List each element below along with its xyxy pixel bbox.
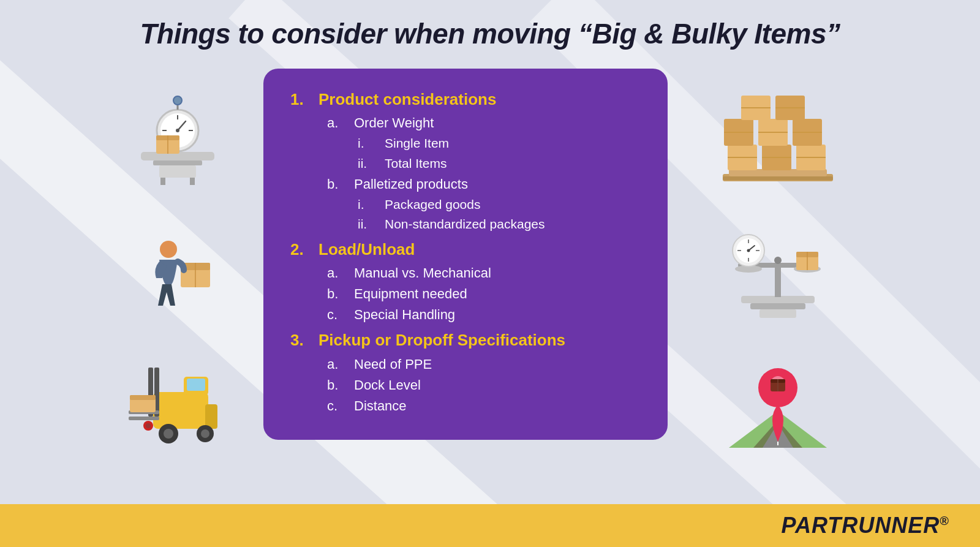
section-number: 3. [290,329,309,351]
sub-item-number: b. [327,174,345,195]
svg-point-79 [774,257,782,264]
footer-bar: PARTRUNNER® [0,504,980,547]
svg-rect-26 [153,392,208,429]
svg-rect-6 [159,165,196,178]
svg-rect-64 [775,265,781,297]
svg-point-39 [201,429,209,438]
sub-sub-number: ii. [358,214,376,235]
sub-sub-label: Non-standardized packages [385,214,545,235]
svg-rect-29 [205,404,217,429]
svg-rect-35 [130,395,156,400]
card-sub-item: b.Equipment needed [327,284,641,304]
section-label: Product considerations [318,88,496,110]
svg-point-41 [146,423,151,428]
worker-icon [123,226,233,324]
card-sub-item: b.Dock Level [327,375,641,396]
page-title: Things to consider when moving “Big & Bu… [0,0,980,62]
sub-item-number: a. [327,263,345,284]
card-sub-list: a.Manual vs. Mechanicalb.Equipment neede… [290,263,641,325]
svg-rect-63 [760,309,796,318]
sub-item-label: Distance [354,396,407,417]
sub-sub-number: i. [358,195,376,215]
sub-item-number: b. [327,284,345,304]
card-sub-sub-list: i.Packaged goodsii.Non-standardized pack… [327,195,641,235]
sub-sub-label: Packaged goods [385,195,480,215]
sub-item-number: a. [327,113,345,134]
svg-rect-62 [750,303,805,309]
svg-rect-5 [153,160,202,165]
page: Things to consider when moving “Big & Bu… [0,0,980,547]
card-sub-sub-list: i.Single Itemii.Total Items [327,134,641,173]
sub-item-number: c. [327,396,345,417]
content-row: 1.Product considerationsa.Order Weighti.… [0,62,980,481]
card-sub-list: a.Need of PPEb.Dock Levelc.Distance [290,354,641,417]
scale-icon [123,91,233,189]
svg-rect-33 [129,417,159,420]
card-sub-list: a.Order Weighti.Single Itemii.Total Item… [290,113,641,234]
card-section-header: 3.Pickup or Dropoff Specifications [290,329,641,351]
sub-item-number: b. [327,375,345,396]
sub-item-label: Special Handling [354,304,455,325]
svg-point-21 [173,96,182,105]
sub-sub-number: i. [358,134,376,154]
sub-item-number: c. [327,304,345,325]
card-sub-sub-item: ii.Non-standardized packages [358,214,641,235]
card-section: 3.Pickup or Dropoff Specificationsa.Need… [290,329,641,417]
sub-sub-number: ii. [358,154,376,174]
card-sub-sub-item: i.Packaged goods [358,195,641,215]
card-sub-item: c.Special Handling [327,304,641,325]
card-sub-item: a.Manual vs. Mechanical [327,263,641,284]
sub-item-label: Need of PPE [354,354,432,375]
sub-item-label: Manual vs. Mechanical [354,263,491,284]
svg-point-16 [176,129,179,132]
sub-sub-label: Total Items [385,154,447,174]
card-section: 2.Load/Unloada.Manual vs. Mechanicalb.Eq… [290,238,641,326]
svg-point-78 [747,249,750,252]
sub-item-label: Palletized products [354,174,468,195]
sub-item-number: a. [327,354,345,375]
section-number: 2. [290,238,309,260]
sub-item-label: Order Weight [354,113,434,134]
svg-point-25 [160,241,177,258]
sub-item-label: Equipment needed [354,284,467,304]
card-section-header: 1.Product considerations [290,88,641,110]
card-sub-item: a.Order Weight [327,113,641,134]
svg-rect-8 [190,178,195,185]
card-sub-item: a.Need of PPE [327,354,641,375]
svg-point-37 [164,429,173,439]
card-section-header: 2.Load/Unload [290,238,641,260]
card-sections: 1.Product considerationsa.Order Weighti.… [290,88,641,417]
map-pin-icon [717,350,839,454]
svg-rect-7 [160,178,165,185]
section-number: 1. [290,88,309,110]
right-icons-column [668,69,888,475]
pallet-boxes-icon [710,89,845,194]
sub-item-label: Dock Level [354,375,421,396]
svg-rect-28 [187,379,205,391]
card-sub-sub-item: ii.Total Items [358,154,641,174]
left-icons-column [92,69,263,475]
section-label: Load/Unload [318,238,415,260]
card-sub-item: b.Palletized products [327,174,641,195]
svg-rect-44 [723,176,833,180]
brand-logo: PARTRUNNER® [782,513,949,538]
card-section: 1.Product considerationsa.Order Weighti.… [290,88,641,235]
section-label: Pickup or Dropoff Specifications [318,329,565,351]
card-sub-sub-item: i.Single Item [358,134,641,154]
forklift-icon [116,355,239,453]
card-sub-item: c.Distance [327,396,641,417]
info-card: 1.Product considerationsa.Order Weighti.… [263,69,668,440]
weight-scale-icon [717,222,839,320]
sub-sub-label: Single Item [385,134,449,154]
